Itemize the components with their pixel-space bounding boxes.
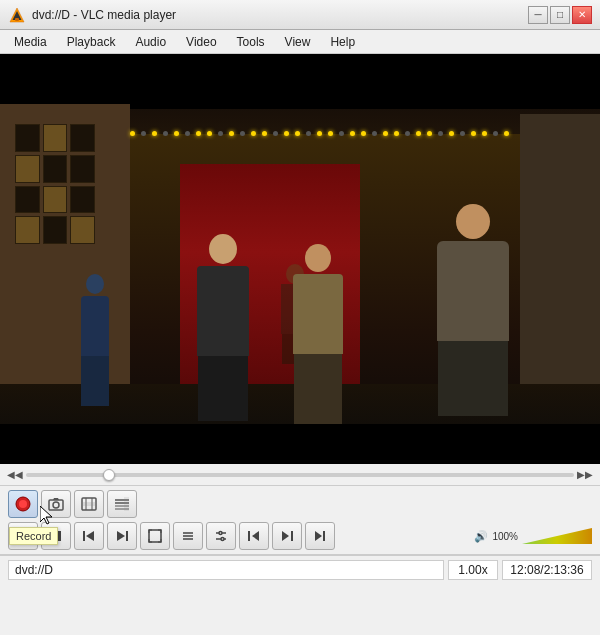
window-cell xyxy=(15,186,40,214)
light-bulb xyxy=(427,131,432,136)
prev-track-button[interactable] xyxy=(74,522,104,550)
character-body xyxy=(197,266,249,356)
light-bulb xyxy=(394,131,399,136)
maximize-button[interactable]: □ xyxy=(550,6,570,24)
seek-bar[interactable] xyxy=(26,473,574,477)
record-icon xyxy=(14,495,32,513)
window-cell xyxy=(43,216,68,244)
controls-area: Record xyxy=(0,486,600,555)
light-bulb xyxy=(141,131,146,136)
frame-step-icon xyxy=(313,529,327,543)
window-cell xyxy=(15,124,40,152)
camera-icon xyxy=(47,495,65,513)
chapter-prev-icon xyxy=(247,529,261,543)
svg-marker-7 xyxy=(53,498,59,500)
svg-rect-35 xyxy=(248,531,250,541)
menu-item-media[interactable]: Media xyxy=(4,33,57,51)
character-legs xyxy=(438,341,508,416)
svg-rect-40 xyxy=(323,531,325,541)
light-bulb xyxy=(295,131,300,136)
light-bulb xyxy=(130,131,135,136)
frame-button[interactable] xyxy=(74,490,104,518)
menu-item-tools[interactable]: Tools xyxy=(227,33,275,51)
volume-bar[interactable] xyxy=(522,528,592,544)
svg-rect-11 xyxy=(82,502,96,506)
character-body xyxy=(437,241,509,341)
settings-icon xyxy=(214,529,228,543)
minimize-button[interactable]: ─ xyxy=(528,6,548,24)
chapter-prev-button[interactable] xyxy=(239,522,269,550)
building-left xyxy=(0,104,130,384)
light-bulb xyxy=(460,131,465,136)
window-cell xyxy=(70,216,95,244)
record-button[interactable]: Record xyxy=(8,490,38,518)
character-legs xyxy=(81,356,109,406)
window-cell xyxy=(70,155,95,183)
fullscreen-button[interactable] xyxy=(140,522,170,550)
record-tooltip: Record xyxy=(9,527,58,545)
seek-backward-button[interactable]: ◀◀ xyxy=(8,468,22,482)
next-track-button[interactable] xyxy=(107,522,137,550)
character-legs xyxy=(294,354,342,424)
menu-item-help[interactable]: Help xyxy=(320,33,365,51)
character-head xyxy=(305,244,331,272)
extended-settings-button[interactable] xyxy=(206,522,236,550)
snapshot-button[interactable] xyxy=(41,490,71,518)
menu-item-audio[interactable]: Audio xyxy=(125,33,176,51)
deinterlace-button[interactable] xyxy=(107,490,137,518)
main-controls-row: 🔊 100% xyxy=(8,522,592,550)
title-bar-left: dvd://D - VLC media player xyxy=(8,6,176,24)
light-bulb xyxy=(306,131,311,136)
light-bulb xyxy=(284,131,289,136)
svg-marker-39 xyxy=(315,531,322,541)
frame-step-button[interactable] xyxy=(305,522,335,550)
light-bulb xyxy=(218,131,223,136)
deinterlace-icon xyxy=(113,495,131,513)
menu-item-playback[interactable]: Playback xyxy=(57,33,126,51)
light-bulb xyxy=(493,131,498,136)
svg-point-33 xyxy=(221,538,224,541)
prev-track-icon xyxy=(82,529,96,543)
light-bulb xyxy=(174,131,179,136)
building-right xyxy=(520,114,600,414)
video-scene xyxy=(0,54,600,464)
seek-thumb[interactable] xyxy=(103,469,115,481)
window-cell xyxy=(43,155,68,183)
menu-item-view[interactable]: View xyxy=(275,33,321,51)
light-bulb xyxy=(229,131,234,136)
chapter-next-icon xyxy=(280,529,294,543)
chapter-next-button[interactable] xyxy=(272,522,302,550)
frame-icon xyxy=(80,495,98,513)
light-bulb xyxy=(504,131,509,136)
light-bulb xyxy=(196,131,201,136)
seek-forward-button[interactable]: ▶▶ xyxy=(578,468,592,482)
close-button[interactable]: ✕ xyxy=(572,6,592,24)
character-head xyxy=(456,204,490,239)
light-bulb xyxy=(383,131,388,136)
light-bulb xyxy=(163,131,168,136)
menu-item-video[interactable]: Video xyxy=(176,33,226,51)
character-center xyxy=(290,244,345,419)
svg-rect-21 xyxy=(83,531,85,541)
character-center-left xyxy=(195,234,250,419)
letterbox-top xyxy=(0,54,600,109)
character-legs xyxy=(198,356,248,421)
playlist-button[interactable] xyxy=(173,522,203,550)
light-bulb xyxy=(350,131,355,136)
menu-bar: Media Playback Audio Video Tools View He… xyxy=(0,30,600,54)
svg-marker-22 xyxy=(86,531,94,541)
volume-percent: 100% xyxy=(492,531,518,542)
light-bulb xyxy=(207,131,212,136)
light-bulb xyxy=(262,131,267,136)
light-bulb xyxy=(438,131,443,136)
svg-point-30 xyxy=(219,532,222,535)
vlc-icon xyxy=(8,6,26,24)
light-bulb xyxy=(152,131,157,136)
volume-fill xyxy=(522,528,592,544)
light-bulb xyxy=(361,131,366,136)
title-buttons: ─ □ ✕ xyxy=(528,6,592,24)
extended-controls-row: Record xyxy=(8,490,592,518)
light-bulb xyxy=(240,131,245,136)
seek-bar-area: ◀◀ ▶▶ xyxy=(0,464,600,486)
character-right xyxy=(435,204,510,414)
